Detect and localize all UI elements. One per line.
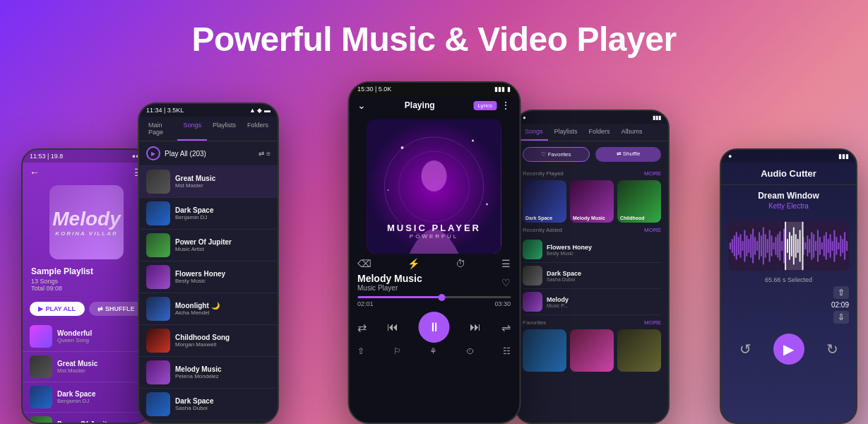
- track-name: Flowers Honey: [175, 270, 225, 278]
- phone-4: ● ▮▮▮ Songs Playlists Folders Albums ♡ F…: [514, 110, 670, 424]
- track-name: Dark Space: [57, 390, 95, 398]
- clock-icon[interactable]: ⏲: [466, 346, 475, 356]
- track-item[interactable]: Melody Music P...: [523, 289, 661, 315]
- equalizer-icon[interactable]: ⚡: [408, 258, 420, 269]
- favorite-icon[interactable]: ♡: [501, 277, 511, 288]
- track-name: Power Of Jupiter: [57, 420, 114, 424]
- back-icon[interactable]: ←: [30, 167, 40, 178]
- track-item[interactable]: Flowers HoneyBesty Music: [139, 261, 278, 293]
- favorites-button[interactable]: ♡ Favorites: [523, 147, 590, 162]
- svg-rect-22: [756, 241, 758, 251]
- track-artist: Sasha Duboi: [547, 277, 661, 282]
- track-item[interactable]: Dark Space Sasha Duboi: [523, 263, 661, 289]
- eq-sliders-icon[interactable]: ⚘: [429, 346, 437, 356]
- rewind-icon[interactable]: ↺: [739, 341, 751, 358]
- grid-item[interactable]: Dark Space: [523, 180, 566, 223]
- svg-rect-28: [769, 230, 771, 262]
- svg-rect-33: [779, 231, 780, 260]
- tab-playlists[interactable]: Playlists: [549, 124, 583, 141]
- shuffle-label: Shuffle: [623, 151, 641, 157]
- track-item[interactable]: Moonlight 🌙Aicha Mendel: [139, 293, 278, 325]
- waveform-display: [728, 221, 849, 271]
- lyrics-button[interactable]: Lyrics: [473, 101, 497, 110]
- shuffle-icon: ⇄: [617, 151, 622, 157]
- track-name: Dark Space: [547, 270, 661, 277]
- repeat-icon[interactable]: ⇌: [501, 321, 511, 334]
- grid-item[interactable]: Melody Music: [570, 180, 614, 223]
- track-item[interactable]: Wonderful Queen Song: [23, 322, 150, 352]
- phone1-status-text: 11:53 | 19.8: [30, 153, 63, 160]
- svg-point-6: [388, 189, 389, 191]
- svg-rect-59: [836, 237, 837, 254]
- track-name: Great Music: [57, 360, 97, 367]
- run-icon[interactable]: ⚐: [393, 346, 401, 356]
- track-info: Wonderful Queen Song: [57, 329, 92, 343]
- play-button[interactable]: ▶: [773, 334, 804, 365]
- more-button-3[interactable]: MORE: [644, 319, 661, 326]
- tab-albums[interactable]: Albums: [617, 124, 648, 141]
- previous-track-icon[interactable]: ⏮: [387, 321, 398, 334]
- queue-icon[interactable]: ☷: [503, 346, 511, 356]
- track-item[interactable]: Flowers Honey Besty Music: [523, 237, 661, 263]
- more-button-2[interactable]: MORE: [644, 227, 661, 233]
- tab-folders[interactable]: Folders: [584, 124, 615, 141]
- track-item[interactable]: Great Music Mst Master: [23, 352, 150, 382]
- album-subtitle-text: POWERFUL: [367, 233, 501, 240]
- tab-songs[interactable]: Songs: [520, 124, 548, 141]
- share-icon[interactable]: ⇧: [357, 346, 364, 356]
- tab-main-page[interactable]: Main Page: [143, 117, 177, 141]
- grid-item[interactable]: Childhood: [617, 180, 661, 223]
- svg-rect-19: [750, 234, 751, 257]
- svg-rect-46: [809, 239, 810, 253]
- track-item[interactable]: Melody MusicPelena Mondelez: [139, 357, 278, 389]
- tab-songs[interactable]: Songs: [177, 117, 207, 141]
- chevron-down-icon[interactable]: ⌄: [357, 100, 366, 111]
- more-options-icon[interactable]: ⋮: [501, 100, 511, 111]
- phone1-album-art: Melody KORINA VILLAR: [49, 185, 124, 259]
- playlist-icon[interactable]: ☰: [501, 258, 511, 269]
- svg-rect-12: [736, 232, 737, 259]
- add-to-playlist-icon[interactable]: ⌫: [357, 258, 371, 269]
- progress-times: 02:01 03:30: [357, 300, 511, 307]
- track-item[interactable]: Power Of JupiterMusic Artist: [139, 230, 278, 261]
- track-item[interactable]: Dark Space Benjamin DJ: [23, 382, 150, 413]
- nav-down-area: ⇩: [721, 311, 856, 324]
- tab-playlists[interactable]: Playlists: [207, 117, 242, 141]
- shuffle-button[interactable]: ⇄ SHUFFLE: [89, 302, 144, 316]
- track-item[interactable]: Great MusicMst Master: [139, 166, 278, 198]
- phone2-play-all[interactable]: ▶ Play All (203) ⇄ ≡: [139, 141, 278, 166]
- grid-item[interactable]: [617, 329, 661, 372]
- grid-item[interactable]: [523, 329, 566, 372]
- time-current: 02:01: [357, 300, 374, 307]
- track-name: Moonlight 🌙: [175, 302, 220, 310]
- track-item[interactable]: Dark SpaceBenjamin DJ: [139, 198, 278, 230]
- nav-up-icon[interactable]: ⇧: [833, 286, 849, 299]
- track-item[interactable]: Pure Love: [139, 420, 278, 424]
- track-info: Dark Space Sasha Duboi: [547, 270, 661, 282]
- track-artist: Sasha Duboi: [175, 405, 213, 411]
- svg-rect-10: [732, 239, 733, 253]
- tab-folders[interactable]: Folders: [242, 117, 274, 141]
- shuffle-playback-icon[interactable]: ⇄: [357, 321, 367, 334]
- track-artist: Music P...: [547, 303, 661, 308]
- forward-icon[interactable]: ↻: [826, 341, 838, 358]
- song-artist: Music Player: [357, 284, 422, 292]
- progress-bar-container[interactable]: 02:01 03:30: [357, 296, 511, 307]
- more-button[interactable]: MORE: [644, 170, 661, 177]
- track-item[interactable]: Power Of Jupiter Music Artist: [23, 413, 150, 424]
- track-item[interactable]: Childhood SongMorgan Maxwell: [139, 325, 278, 357]
- svg-rect-57: [832, 241, 833, 251]
- pause-button[interactable]: ⏸: [419, 312, 450, 343]
- time-display: 02:09: [721, 301, 856, 309]
- next-track-icon[interactable]: ⏭: [470, 321, 481, 334]
- track-thumbnail: [30, 386, 52, 408]
- svg-rect-21: [754, 237, 756, 254]
- svg-rect-50: [817, 230, 819, 262]
- shuffle-button[interactable]: ⇄ Shuffle: [595, 147, 661, 162]
- nav-down-icon[interactable]: ⇩: [833, 311, 849, 324]
- grid-item[interactable]: [570, 329, 614, 372]
- play-all-button[interactable]: ▶ PLAY ALL: [30, 302, 85, 316]
- track-item[interactable]: Dark SpaceSasha Duboi: [139, 389, 278, 420]
- svg-rect-45: [807, 235, 808, 256]
- timer-icon[interactable]: ⏱: [456, 258, 465, 269]
